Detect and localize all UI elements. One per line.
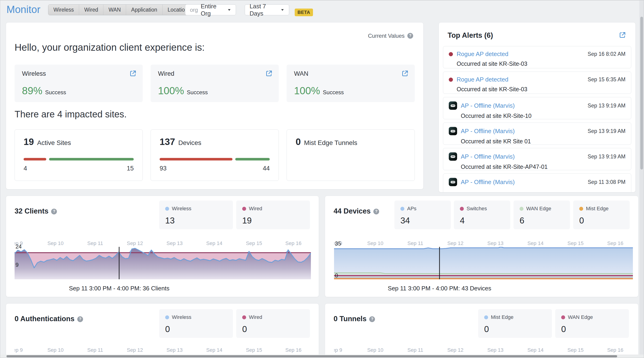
- stat-card-mist-edge-tunnels[interactable]: 0 Mist Edge Tunnels: [286, 129, 415, 181]
- success-percentage: 100%: [158, 85, 184, 97]
- legend-card-wan-edge: WAN Edge 0: [555, 309, 629, 338]
- time-range-selector[interactable]: Last 7 Days: [245, 5, 289, 15]
- wan-edge-legend-dot-icon: [561, 315, 565, 319]
- tunnels-panel: 0 Tunnels? Mist Edge 0 WAN Edge 0 Sep 9S…: [325, 303, 638, 358]
- impacted-bar-segment: [160, 158, 232, 160]
- wireless-legend-dot-icon: [165, 207, 169, 211]
- help-icon[interactable]: ?: [369, 316, 375, 322]
- legend-value: 0: [242, 324, 304, 334]
- legend-card-wan-edge: WAN Edge 6: [514, 201, 570, 229]
- chevron-down-icon: [281, 9, 284, 11]
- help-icon[interactable]: ?: [373, 209, 379, 215]
- impacted-sites-heading: There are 4 impacted sites.: [14, 109, 127, 119]
- experience-card-wireless: Wireless 89% Success: [14, 65, 143, 102]
- alert-title-link[interactable]: AP - Offline (Marvis): [461, 178, 515, 186]
- rogue-ap-alert-icon: [449, 52, 453, 56]
- axis-label: Sep 14: [206, 240, 222, 246]
- legend-card-mist-edge: Mist Edge 0: [573, 201, 630, 229]
- axis-label: Sep 14: [528, 347, 544, 353]
- horizontal-scrollbar[interactable]: [0, 354, 644, 358]
- axis-label: Sep 11: [87, 347, 103, 353]
- wan-edge-legend-dot-icon: [520, 207, 524, 211]
- external-link-icon[interactable]: [619, 31, 626, 39]
- y-axis-tick-label: 0: [335, 272, 338, 279]
- external-link-icon[interactable]: [401, 70, 409, 77]
- axis-label: Sep 14: [528, 240, 544, 246]
- alerts-list: Rogue AP detected Sep 16 8:02 AM Occurre…: [443, 46, 631, 193]
- stat-card-devices[interactable]: 137 Devices 93 44: [150, 129, 279, 181]
- alert-item[interactable]: AP - Offline (Marvis) Sep 13 9:19 AM Occ…: [443, 97, 631, 119]
- axis-label: Sep 16: [286, 347, 302, 353]
- success-percentage: 89%: [22, 85, 42, 97]
- x-axis: Sep 9Sep 10Sep 11Sep 12Sep 13Sep 14Sep 1…: [334, 346, 633, 353]
- alert-timestamp: Sep 13 9:19 AM: [588, 153, 626, 160]
- stat-value: 19: [24, 137, 34, 147]
- impact-bar: [160, 158, 270, 160]
- external-link-icon[interactable]: [265, 70, 273, 77]
- axis-label: Sep 16: [607, 347, 624, 353]
- success-label: Success: [187, 89, 208, 96]
- healthy-bar-segment: [49, 158, 134, 160]
- rogue-ap-alert-icon: [449, 78, 453, 82]
- clients-area-chart[interactable]: [14, 247, 311, 279]
- help-icon[interactable]: ?: [51, 209, 57, 215]
- healthy-count: 15: [127, 165, 134, 172]
- axis-label: Sep 11: [87, 240, 103, 246]
- help-icon[interactable]: ?: [407, 33, 413, 39]
- wired-legend-dot-icon: [242, 207, 246, 211]
- vertical-scrollbar-thumb[interactable]: [640, 17, 643, 169]
- alert-timestamp: Sep 16 8:02 AM: [588, 51, 626, 57]
- devices-chart[interactable]: Sep 9Sep 10Sep 11Sep 12Sep 13Sep 14Sep 1…: [334, 239, 633, 295]
- alert-timestamp: Sep 13 9:19 AM: [588, 103, 626, 109]
- stat-cards-row: 19 Active Sites 4 15 137 Devices 93: [14, 129, 415, 181]
- devices-area-chart[interactable]: [334, 247, 633, 279]
- time-range-value: Last 7 Days: [250, 3, 277, 17]
- axis-label: Sep 9: [14, 347, 23, 353]
- stat-card-active-sites[interactable]: 19 Active Sites 4 15: [14, 129, 143, 181]
- alert-item[interactable]: AP - Offline (Marvis) Sep 13 9:19 AM Occ…: [443, 148, 631, 170]
- tab-wan[interactable]: WAN: [104, 5, 126, 15]
- legend-label: Wireless: [172, 206, 191, 212]
- healthy-bar-segment: [235, 158, 270, 160]
- legend-label: APs: [407, 206, 416, 212]
- alert-item[interactable]: Rogue AP detected Sep 16 8:02 AM Occurre…: [443, 46, 631, 68]
- alert-title-link[interactable]: AP - Offline (Marvis): [461, 102, 515, 109]
- alert-item[interactable]: AP - Offline (Marvis) Sep 13 9:19 AM Occ…: [443, 122, 631, 145]
- alert-title-link[interactable]: Rogue AP detected: [457, 51, 508, 58]
- alert-item[interactable]: Rogue AP detected Sep 15 6:35 AM Occurre…: [443, 72, 631, 94]
- y-axis-tick-label: 24: [16, 243, 22, 250]
- tab-application[interactable]: Application: [126, 5, 162, 15]
- stat-label: Mist Edge Tunnels: [304, 139, 357, 147]
- alert-description: Occurred at site KR-Site-03: [457, 86, 626, 93]
- client-experience-panel: Current Values? Hello, your organization…: [6, 22, 424, 190]
- success-label: Success: [323, 89, 344, 96]
- help-icon[interactable]: ?: [77, 316, 83, 322]
- aps-legend-dot-icon: [400, 207, 404, 211]
- impacted-bar-segment: [24, 158, 46, 160]
- clients-chart[interactable]: Sep 9Sep 10Sep 11Sep 12Sep 13Sep 14Sep 1…: [14, 239, 311, 295]
- alert-title-link[interactable]: Rogue AP detected: [457, 76, 508, 83]
- axis-label: Sep 10: [367, 347, 383, 353]
- legend-value: 0: [579, 216, 624, 226]
- legend-card-wireless: Wireless 13: [159, 201, 233, 229]
- y-axis-tick-label: 35: [335, 240, 341, 247]
- mist-edge-legend-dot-icon: [579, 207, 583, 211]
- alert-item[interactable]: AP - Offline (Marvis) Sep 11 3:08 PM: [443, 173, 631, 193]
- horizontal-scrollbar-thumb[interactable]: [6, 355, 617, 357]
- wireless-legend-dot-icon: [165, 315, 169, 319]
- external-link-icon[interactable]: [129, 70, 137, 77]
- alert-title-link[interactable]: AP - Offline (Marvis): [461, 128, 515, 135]
- alert-description: Occurred at site KR Site 01: [461, 138, 626, 145]
- axis-label: Sep 16: [286, 240, 302, 246]
- axis-label: Sep 12: [448, 347, 464, 353]
- tab-wired[interactable]: Wired: [79, 5, 104, 15]
- alert-title-link[interactable]: AP - Offline (Marvis): [461, 153, 515, 160]
- org-selector[interactable]: org Entire Org: [185, 5, 236, 15]
- axis-label: Sep 11: [407, 240, 423, 246]
- axis-label: Sep 10: [48, 240, 64, 246]
- legend-card-mist-edge: Mist Edge 0: [478, 309, 552, 338]
- vertical-scrollbar[interactable]: [639, 1, 644, 358]
- alert-timestamp: Sep 15 6:35 AM: [588, 76, 626, 83]
- tab-wireless[interactable]: Wireless: [48, 5, 79, 15]
- legend-label: Wired: [249, 206, 262, 212]
